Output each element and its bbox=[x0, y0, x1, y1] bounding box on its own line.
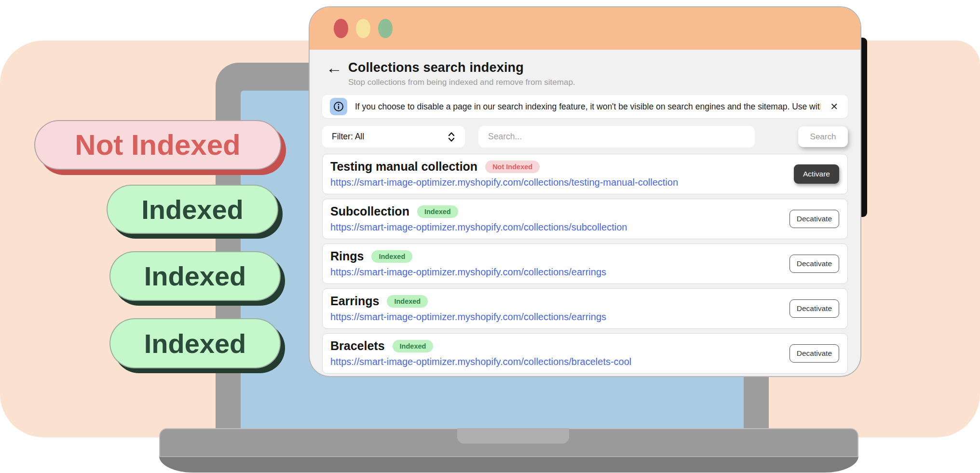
status-badge: Indexed bbox=[371, 250, 412, 263]
status-badge: Indexed bbox=[417, 205, 458, 218]
toggle-index-button[interactable]: Activare bbox=[794, 164, 839, 184]
collection-name: Subcollection bbox=[330, 204, 409, 218]
collection-url-link[interactable]: https://smart-image-optimizer.myshopify.… bbox=[330, 356, 840, 367]
filter-select-value: Filter: All bbox=[332, 132, 364, 142]
toolbar: Filter: All Search bbox=[322, 126, 848, 148]
info-icon bbox=[330, 98, 347, 115]
filter-select[interactable]: Filter: All bbox=[322, 126, 465, 148]
select-chevrons-icon bbox=[448, 132, 455, 142]
collection-card: Subcollection Indexed https://smart-imag… bbox=[322, 199, 848, 239]
floating-status-pill: Indexed bbox=[109, 251, 281, 301]
close-icon[interactable]: ✕ bbox=[828, 101, 840, 112]
collection-url-link[interactable]: https://smart-image-optimizer.myshopify.… bbox=[330, 177, 840, 188]
back-arrow-icon[interactable]: ← bbox=[326, 60, 342, 75]
minimize-traffic-light-icon[interactable] bbox=[356, 19, 370, 38]
collection-card: Testing manual collection Not Indexed ht… bbox=[322, 154, 848, 194]
collection-name: Earrings bbox=[330, 294, 379, 308]
floating-status-pill: Indexed bbox=[107, 185, 278, 234]
search-button[interactable]: Search bbox=[798, 126, 848, 147]
collection-card: Earrings Indexed https://smart-image-opt… bbox=[322, 288, 848, 329]
status-badge: Indexed bbox=[393, 340, 434, 352]
collection-card-top: Testing manual collection Not Indexed bbox=[330, 160, 840, 174]
page-title: Collections search indexing bbox=[348, 60, 575, 75]
toggle-index-button[interactable]: Decativate bbox=[789, 344, 839, 363]
page-header: ← Collections search indexing Stop colle… bbox=[322, 60, 848, 87]
collection-url-link[interactable]: https://smart-image-optimizer.myshopify.… bbox=[330, 222, 840, 233]
collection-card-top: Subcollection Indexed bbox=[330, 204, 840, 218]
page-subtitle: Stop collections from being indexed and … bbox=[348, 78, 575, 87]
collection-card: Bracelets Indexed https://smart-image-op… bbox=[322, 333, 848, 374]
toggle-index-button[interactable]: Decativate bbox=[789, 210, 839, 228]
collection-name: Bracelets bbox=[330, 339, 385, 353]
search-input[interactable] bbox=[478, 126, 755, 148]
collection-name: Rings bbox=[330, 249, 364, 263]
collection-name: Testing manual collection bbox=[330, 160, 477, 174]
collection-card: Rings Indexed https://smart-image-optimi… bbox=[322, 243, 848, 284]
collection-list: Testing manual collection Not Indexed ht… bbox=[322, 154, 848, 374]
promo-canvas: Not IndexedIndexedIndexedIndexed ← Colle… bbox=[0, 0, 980, 473]
collection-url-link[interactable]: https://smart-image-optimizer.myshopify.… bbox=[330, 311, 840, 323]
collection-card-top: Earrings Indexed bbox=[330, 294, 840, 308]
laptop-base-bottom bbox=[159, 456, 858, 473]
toggle-index-button[interactable]: Decativate bbox=[789, 299, 839, 318]
status-badge: Indexed bbox=[387, 295, 428, 308]
browser-titlebar bbox=[310, 7, 860, 50]
status-badge: Not Indexed bbox=[485, 161, 540, 173]
laptop-base bbox=[159, 428, 858, 473]
close-traffic-light-icon[interactable] bbox=[334, 19, 348, 38]
toggle-index-button[interactable]: Decativate bbox=[789, 255, 839, 273]
laptop-thumb-notch bbox=[457, 428, 569, 444]
collection-card-top: Bracelets Indexed bbox=[330, 339, 840, 353]
zoom-traffic-light-icon[interactable] bbox=[378, 19, 393, 38]
collection-card-top: Rings Indexed bbox=[330, 249, 840, 263]
collection-url-link[interactable]: https://smart-image-optimizer.myshopify.… bbox=[330, 267, 840, 278]
info-banner-text: If you choose to disable a page in our s… bbox=[355, 102, 820, 112]
floating-status-pill: Indexed bbox=[109, 318, 281, 368]
info-banner: If you choose to disable a page in our s… bbox=[322, 95, 848, 118]
browser-window: ← Collections search indexing Stop colle… bbox=[309, 6, 861, 377]
app-content: ← Collections search indexing Stop colle… bbox=[310, 60, 860, 374]
floating-status-pill: Not Indexed bbox=[34, 120, 281, 170]
